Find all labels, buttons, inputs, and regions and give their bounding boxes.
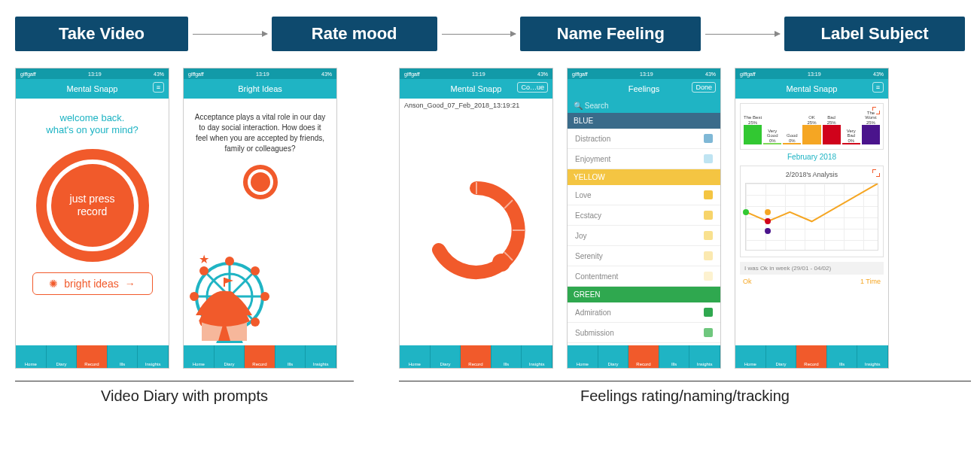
feeling-item[interactable]: Joy <box>568 226 720 246</box>
section-header: BLUE <box>568 113 720 129</box>
expand-icon[interactable] <box>872 107 880 114</box>
menu-icon[interactable]: ≡ <box>153 82 164 93</box>
color-swatch-icon <box>704 251 713 260</box>
data-point <box>765 209 771 215</box>
welcome-headline: welcome back. what's on your mind? <box>16 112 169 137</box>
tab-ills[interactable]: Ills <box>492 345 522 368</box>
add-feeling-button[interactable]: Add Feeling <box>406 334 446 342</box>
tab-insights[interactable]: Insights <box>138 345 169 368</box>
chart-title: 2/2018's Analysis <box>744 171 880 178</box>
svg-point-9 <box>260 292 269 301</box>
feeling-item[interactable]: Admiration <box>568 302 720 323</box>
feeling-item[interactable]: Love <box>568 185 720 205</box>
nav-bar: Bright Ideas <box>184 79 336 99</box>
tab-record[interactable]: Record <box>245 345 275 368</box>
tab-diary[interactable]: Diary <box>47 345 78 368</box>
screen-name-feeling: giffgaff 13:19 43% Feelings Done 🔍 Searc… <box>567 68 721 369</box>
tab-bar: Home Diary Record Ills Insights <box>16 345 169 368</box>
feeling-item[interactable]: Contentment <box>568 266 720 287</box>
caption-right: Feelings rating/naming/tracking <box>399 381 971 405</box>
expand-icon[interactable] <box>872 169 880 177</box>
section-header: YELLOW <box>568 169 720 185</box>
data-point <box>743 209 749 215</box>
color-swatch-icon <box>704 190 713 199</box>
tab-home[interactable]: Home <box>184 345 215 368</box>
tab-home[interactable]: Home <box>735 345 766 368</box>
bright-ideas-label: bright ideas <box>64 278 118 290</box>
tab-ills[interactable]: Ills <box>827 345 858 368</box>
color-swatch-icon <box>704 308 713 317</box>
week-summary-detail: Ok 1 Time <box>735 275 888 285</box>
section-header: GREEN <box>568 287 720 302</box>
record-button[interactable]: just press record <box>36 149 149 262</box>
color-swatch-icon <box>704 328 713 337</box>
screen-bright-ideas: giffgaff 13:19 43% Bright Ideas Acceptan… <box>183 68 337 369</box>
tab-insights[interactable]: Insights <box>857 345 888 368</box>
search-input[interactable]: 🔍 Search <box>568 99 720 113</box>
data-point <box>765 228 771 234</box>
tab-home[interactable]: Home <box>568 345 598 368</box>
tab-home[interactable]: Home <box>400 345 431 368</box>
status-bar: giffgaff 13:19 43% <box>568 68 720 79</box>
tab-ills[interactable]: Ills <box>275 345 306 368</box>
tab-bar: Home Diary Record Ills Insights <box>184 345 336 368</box>
search-icon: 🔍 <box>574 102 583 110</box>
record-button-label: just press record <box>70 193 115 218</box>
filename-field[interactable]: Anson_Good_07_Feb_2018_13:19:21 <box>400 99 552 112</box>
continue-button[interactable]: Co…ue <box>517 82 548 93</box>
tab-ills[interactable]: Ills <box>108 345 138 368</box>
tab-ills[interactable]: Ills <box>659 345 690 368</box>
caption-left: Video Diary with prompts <box>15 381 354 405</box>
svg-point-10 <box>199 266 208 275</box>
menu-icon[interactable]: ≡ <box>872 82 884 93</box>
mood-wheel-handle[interactable] <box>492 254 510 272</box>
search-placeholder: Search <box>585 102 609 110</box>
tab-diary[interactable]: Diary <box>431 345 461 368</box>
color-swatch-icon <box>704 134 713 143</box>
summary-mood: Ok <box>743 278 752 285</box>
lightbulb-icon: ✺ <box>49 278 58 290</box>
done-button[interactable]: Done <box>692 82 716 93</box>
tab-diary[interactable]: Diary <box>598 345 629 368</box>
trend-chart: 2/2018's Analysis <box>740 166 884 257</box>
nav-title: Feelings <box>628 84 660 93</box>
status-bar: giffgaff 13:19 43% <box>735 68 888 79</box>
workflow-steps: Take Video Rate mood Name Feeling Label … <box>15 17 965 51</box>
tab-diary[interactable]: Diary <box>766 345 797 368</box>
status-bar: giffgaff 13:19 43% <box>16 68 169 79</box>
mood-rating-label: GOOD <box>462 225 490 236</box>
tab-record[interactable]: Record <box>628 345 659 368</box>
bright-ideas-button[interactable]: ✺ bright ideas → <box>32 272 153 295</box>
group-feelings: giffgaff 13:19 43% Mental Snapp Co…ue An… <box>399 68 971 405</box>
tab-record[interactable]: Record <box>461 345 492 368</box>
tab-insights[interactable]: Insights <box>689 345 720 368</box>
tab-home[interactable]: Home <box>16 345 47 368</box>
tab-insights[interactable]: Insights <box>522 345 552 368</box>
bar: The Best25% <box>744 115 762 144</box>
feeling-item[interactable]: Distraction <box>568 129 720 149</box>
color-swatch-icon <box>704 272 713 281</box>
tab-diary[interactable]: Diary <box>215 345 245 368</box>
feeling-item[interactable]: Ecstacy <box>568 205 720 226</box>
nav-bar: Mental Snapp ≡ <box>16 79 169 99</box>
tab-record[interactable]: Record <box>77 345 108 368</box>
month-label: February 2018 <box>735 153 888 161</box>
record-button-small[interactable] <box>243 165 278 199</box>
prompt-text: Acceptance plays a vital role in our day… <box>184 99 336 162</box>
tab-insights[interactable]: Insights <box>306 345 336 368</box>
bar: Bad25% <box>823 115 841 144</box>
screen-welcome: giffgaff 13:19 43% Mental Snapp ≡ welcom… <box>15 68 169 369</box>
feeling-item[interactable]: Submission <box>568 323 720 343</box>
arrow-icon <box>442 34 516 35</box>
nav-bar: Feelings Done <box>568 79 720 99</box>
battery-label: 43% <box>154 71 164 77</box>
nav-bar: Mental Snapp Co…ue <box>400 79 552 99</box>
feeling-label: Ecstacy <box>575 211 601 220</box>
step-rate-mood: Rate mood <box>272 17 437 51</box>
feeling-item[interactable]: Serenity <box>568 246 720 266</box>
tab-record[interactable]: Record <box>796 345 827 368</box>
color-swatch-icon <box>704 154 713 163</box>
nav-bar: Mental Snapp ≡ <box>735 79 888 99</box>
feeling-label: Submission <box>575 329 614 337</box>
feeling-item[interactable]: Enjoyment <box>568 149 720 169</box>
